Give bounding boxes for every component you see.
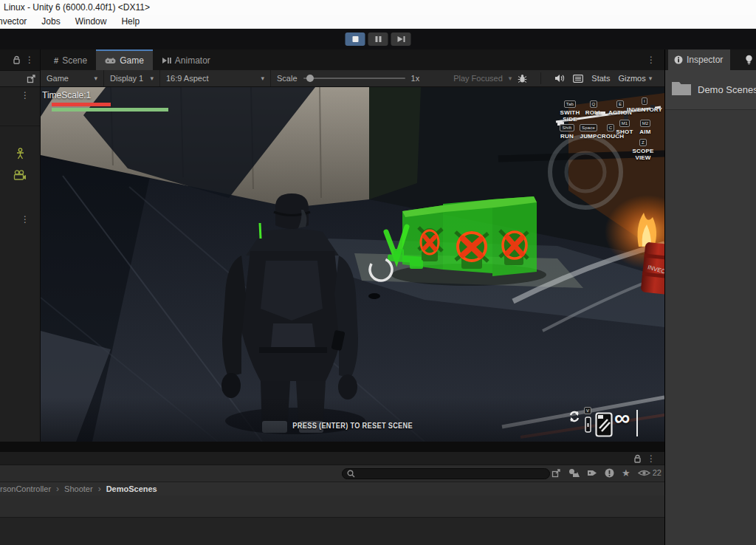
step-icon [396,35,405,43]
game-panel: # Scene Game Animator ⋮ [41,49,664,442]
panel-menu-icon[interactable]: ⋮ [647,56,656,64]
reload-key-badge: V [584,407,591,414]
search-field[interactable] [342,468,550,479]
play-focused-dropdown[interactable]: Play Focused ▾ [453,74,512,83]
filter-by-label-button[interactable] [587,469,597,477]
display-label: Display 1 [110,74,143,83]
window-title: Linux - Unity 6 (6000.0.40f1) <DX11> [4,2,150,13]
stamina-bar [52,108,168,112]
key-badge: Q [590,100,598,108]
gizmos-dropdown[interactable]: Gizmos ▾ [618,74,652,83]
breadcrumb-item[interactable]: Shooter [64,484,93,493]
aspect-label: 16:9 Aspect [166,74,209,83]
stop-button[interactable] [346,32,365,46]
stats-label: Stats [591,74,610,83]
pause-icon [374,35,382,43]
display-dropdown[interactable]: Display 1 ▾ [104,70,160,86]
left-panel-header: ⋮ [0,49,40,70]
tab-inspector[interactable]: Inspector [668,49,730,70]
menu-jobs[interactable]: Jobs [41,16,60,27]
ammo-divider [636,410,638,436]
key-badge: Z [639,139,647,146]
popout-icon[interactable] [27,74,36,83]
aspect-dropdown[interactable]: 16:9 Aspect ▾ [160,70,271,86]
scene-grid-icon: # [54,56,58,65]
warnings-button[interactable] [605,468,614,478]
gameview-mode-dropdown[interactable]: Game ▾ [41,70,104,86]
camera-icon[interactable] [13,170,27,181]
search-input[interactable] [358,470,545,479]
filter-by-type-button[interactable] [568,468,580,478]
game-viewport[interactable]: INVEC TimeScale:1 Tab SWITH SIDE [41,87,664,442]
popout-button[interactable] [551,468,561,478]
favorites-button[interactable]: ★ [622,468,630,478]
lightbulb-icon[interactable] [745,55,753,65]
inspector-tabbar: Inspector [665,49,756,70]
frame-capture-button[interactable] [573,75,583,83]
eye-icon [638,469,650,477]
menu-window[interactable]: Window [75,16,107,27]
tab-game[interactable]: Game [96,49,153,70]
key-badge: M1 [619,120,630,127]
scale-slider[interactable] [303,78,405,79]
breadcrumb-item-current[interactable]: DemoScenes [106,484,157,493]
game-view-toolbar: Game ▾ Display 1 ▾ 16:9 Aspect ▾ Scale 1… [41,70,664,87]
hint-label: JUMP [580,133,597,140]
tab-animator[interactable]: Animator [153,49,219,70]
inspector-panel: Inspector Demo Scenes [664,49,756,545]
project-content-lower[interactable] [0,517,664,545]
ammo-count: ∞ [614,406,630,430]
transport-controls [346,32,411,46]
gizmos-label: Gizmos [618,74,645,83]
lock-open-icon[interactable] [633,454,642,463]
panel-gap [0,442,664,452]
panel-tabbar: # Scene Game Animator ⋮ [41,49,664,70]
small-magazine-icon [585,417,592,433]
breadcrumb-item[interactable]: rsonController [0,484,51,493]
left-panel-strip: ⋮ ⋮ ⋮ [0,49,41,442]
stats-button[interactable]: Stats [591,74,610,83]
chevron-down-icon: ▾ [261,75,264,82]
chevron-down-icon: ▾ [94,75,97,82]
pause-button[interactable] [368,32,388,46]
hint-label: INVENTORY [627,106,662,113]
search-icon [347,470,355,478]
divider [0,126,40,126]
chevron-down-icon: ▾ [649,75,653,82]
stop-icon [352,36,358,42]
project-tabstrip: ⋮ [0,452,664,465]
key-badge: Space [580,124,597,131]
panel-menu-icon[interactable]: ⋮ [21,92,30,99]
gamepad-icon [105,58,116,64]
step-button[interactable] [391,32,411,46]
character-icon[interactable] [16,148,24,160]
hint-label: ROLL [585,109,602,116]
panel-menu-icon[interactable]: ⋮ [647,455,656,462]
speaker-icon [554,74,565,83]
tab-scene[interactable]: # Scene [45,49,96,70]
mute-audio-button[interactable] [554,74,565,83]
animator-icon [162,57,171,64]
lock-open-icon[interactable] [13,55,21,64]
tab-inspector-label: Inspector [687,55,723,65]
asset-name: Demo Scenes [698,84,756,95]
debug-bug-button[interactable] [518,74,527,83]
panel-menu-icon[interactable]: ⋮ [25,56,34,64]
shapes-icon [568,468,580,478]
chevron-down-icon: ▾ [509,75,512,82]
panel-menu-icon[interactable]: ⋮ [21,216,30,223]
divider [540,72,541,84]
project-content-area[interactable] [0,496,664,517]
health-bar [52,103,111,106]
hint-switch-side: Tab SWITH SIDE [556,100,584,123]
menu-help[interactable]: Help [121,16,140,27]
hint-label: SHOT [616,128,633,135]
menu-invector[interactable]: nvector [0,16,27,27]
scale-slider-thumb[interactable] [306,75,314,82]
tab-animator-label: Animator [175,55,210,66]
key-badge: C [607,124,615,131]
visibility-toggle[interactable]: 22 [638,468,662,478]
project-toolbar-icons: ★ 22 [551,468,662,478]
game-scene-render: INVEC [41,87,664,442]
folder-icon [671,80,692,96]
